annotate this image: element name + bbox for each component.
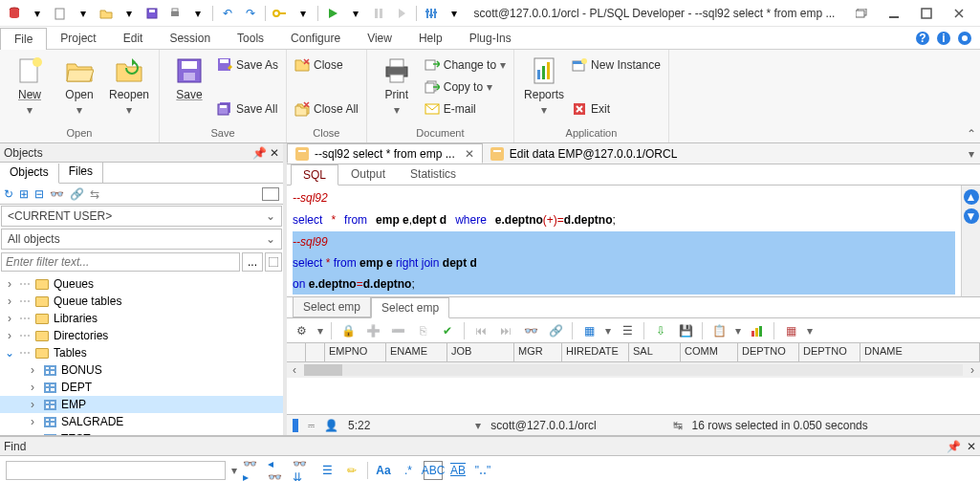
subtab-sql[interactable]: SQL (291, 164, 338, 186)
chevron-down-icon[interactable]: ▾ (347, 5, 364, 22)
col-empno[interactable]: EMPNO (325, 343, 386, 361)
info-icon[interactable]: i (936, 31, 951, 46)
maximize-icon[interactable] (915, 4, 938, 23)
filter-clear-button[interactable] (265, 252, 282, 272)
col-job[interactable]: JOB (447, 343, 514, 361)
grid-first-icon[interactable]: ⏮ (472, 322, 490, 339)
qat-print-icon[interactable] (166, 5, 184, 22)
scroll-left-icon[interactable]: ‹ (287, 363, 302, 377)
link-icon[interactable]: 🔗 (70, 187, 84, 201)
menu-tools[interactable]: Tools (224, 27, 277, 49)
qat-new-icon[interactable] (52, 5, 69, 22)
tab-files[interactable]: Files (59, 163, 103, 183)
user-dropdown[interactable]: <CURRENT USER> ⌄ (1, 206, 282, 227)
col-deptno1[interactable]: DEPTNO (738, 343, 799, 361)
qat-pause-icon[interactable] (370, 5, 387, 22)
qat-save-icon[interactable] (143, 5, 161, 22)
chevron-down-icon[interactable]: ▾ (189, 5, 207, 22)
find-regex-icon[interactable]: .* (399, 461, 418, 480)
menu-help[interactable]: Help (405, 27, 456, 49)
result-tab-2[interactable]: Select emp (371, 297, 449, 318)
menu-configure[interactable]: Configure (277, 27, 354, 49)
pin-icon[interactable]: 📌 (252, 146, 266, 160)
filter-toggle-icon[interactable]: ⇆ (90, 187, 99, 201)
find-whole-icon[interactable]: AB (448, 461, 468, 480)
grid-export-icon[interactable]: ⇩ (652, 322, 669, 339)
collapse-icon[interactable]: ⊟ (34, 187, 44, 201)
tree-node-emp[interactable]: ›EMP (0, 396, 283, 413)
find-icon[interactable]: 👓 (50, 187, 64, 201)
pin-icon[interactable]: 📌 (947, 440, 961, 453)
col-ename[interactable]: ENAME (386, 343, 447, 361)
qat-open-icon[interactable] (98, 5, 115, 22)
new-button[interactable]: New ▾ (8, 55, 52, 117)
tab-nav-button[interactable]: ▾ (963, 147, 980, 161)
nav-down-icon[interactable]: ▼ (964, 208, 979, 224)
color-box[interactable] (262, 187, 279, 201)
col-hiredate[interactable]: HIREDATE (562, 343, 629, 361)
subtab-statistics[interactable]: Statistics (398, 164, 468, 185)
col-dname[interactable]: DNAME (860, 343, 980, 361)
support-icon[interactable] (957, 31, 972, 46)
qat-settings-icon[interactable] (423, 5, 440, 22)
tree-node-bonus[interactable]: ›BONUS (0, 361, 283, 379)
filter-input[interactable] (1, 252, 240, 272)
exit-button[interactable]: Exit (572, 99, 661, 119)
menu-project[interactable]: Project (47, 27, 109, 49)
result-tab-1[interactable]: Select emp (293, 296, 371, 317)
find-list-icon[interactable]: ☰ (317, 461, 337, 480)
grid-singlerow-icon[interactable]: ☰ (619, 322, 636, 339)
grid-link-icon[interactable]: 🔗 (547, 322, 564, 339)
find-close-icon[interactable]: ✕ (967, 440, 976, 453)
col-marker[interactable] (306, 343, 325, 361)
subtab-output[interactable]: Output (338, 164, 398, 185)
col-comm[interactable]: COMM (681, 343, 738, 361)
menu-session[interactable]: Session (156, 27, 224, 49)
grid-commit-icon[interactable]: ✔ (439, 322, 456, 339)
nav-up-icon[interactable]: ▲ (964, 189, 979, 205)
tree-node-dept[interactable]: ›DEPT (0, 379, 283, 396)
qat-redo-icon[interactable]: ↷ (242, 5, 259, 22)
chevron-down-icon[interactable]: ▾ (446, 5, 463, 22)
grid-dup-icon[interactable]: ⎘ (414, 322, 431, 339)
panel-close-icon[interactable]: ✕ (270, 146, 279, 160)
col-mgr[interactable]: MGR (514, 343, 562, 361)
menu-view[interactable]: View (354, 27, 405, 49)
save-button[interactable]: Save (167, 55, 211, 101)
results-grid[interactable]: EMPNO ENAME JOB MGR HIREDATE SAL COMM DE… (287, 343, 980, 414)
grid-add-icon[interactable]: ➕ (364, 322, 381, 339)
grid-gear-icon[interactable]: ⚙ (293, 322, 310, 339)
find-prev-icon[interactable]: ◂👓 (268, 461, 287, 480)
scroll-right-icon[interactable]: › (965, 363, 980, 377)
tree-node-test[interactable]: ›TEST (0, 430, 283, 435)
close-button[interactable]: Close (294, 55, 359, 75)
tree-node-tables[interactable]: ⌄⋯Tables (0, 344, 283, 361)
chevron-down-icon[interactable]: ▾ (294, 5, 312, 22)
open-button[interactable]: Open ▾ (57, 55, 101, 117)
tab-objects[interactable]: Objects (0, 164, 59, 184)
tree-node-queues[interactable]: ›⋯Queues (0, 275, 283, 293)
grid-find-icon[interactable]: 👓 (522, 322, 539, 339)
qat-key-icon[interactable] (272, 5, 289, 22)
reopen-button[interactable]: Reopen ▾ (107, 55, 151, 117)
col-sal[interactable]: SAL (629, 343, 681, 361)
tree-node-salgrade[interactable]: ›SALGRADE (0, 413, 283, 430)
help-icon[interactable]: ? (915, 31, 930, 46)
close-icon[interactable] (947, 4, 970, 23)
grid-save-icon[interactable]: 💾 (677, 322, 694, 339)
find-word-icon[interactable]: ABC (424, 461, 443, 480)
closeall-button[interactable]: Close All (294, 99, 359, 119)
allobjects-dropdown[interactable]: All objects ⌄ (1, 229, 282, 250)
qat-db-icon[interactable] (6, 5, 23, 22)
filter-more-button[interactable]: ... (242, 252, 263, 272)
chevron-down-icon[interactable]: ▾ (29, 5, 46, 22)
email-button[interactable]: E-mail (425, 99, 506, 119)
find-input[interactable] (6, 461, 226, 480)
find-mark-icon[interactable]: ✏ (342, 461, 361, 480)
qat-run-icon[interactable] (324, 5, 341, 22)
grid-copy-icon[interactable]: 📋 (710, 322, 728, 339)
col-rownum[interactable] (287, 343, 306, 361)
qat-undo-icon[interactable]: ↶ (219, 5, 236, 22)
qat-stop-icon[interactable] (393, 5, 410, 22)
grid-chart-icon[interactable] (749, 322, 766, 339)
